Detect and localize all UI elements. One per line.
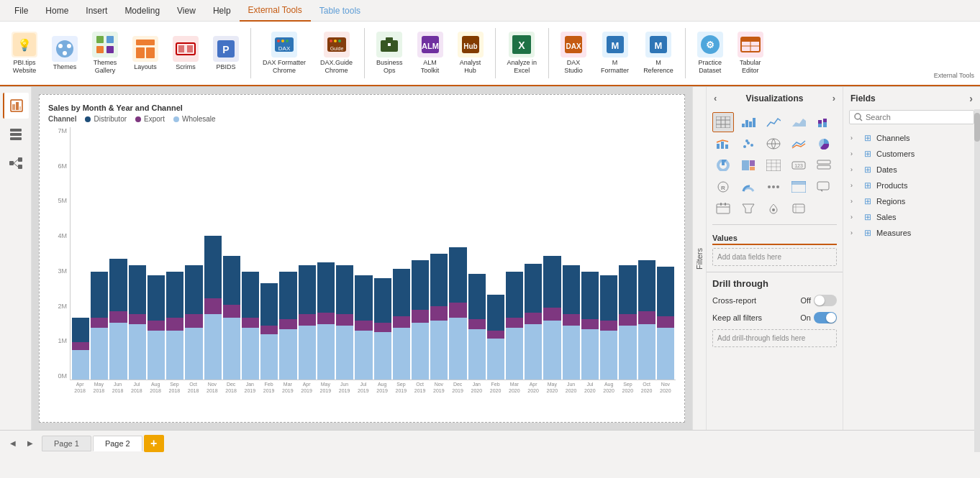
- fields-nav-right[interactable]: ›: [969, 93, 973, 104]
- viz-icon-pie[interactable]: [813, 134, 835, 154]
- viz-icon-gauge[interactable]: [738, 177, 759, 197]
- bar-seg-distributor: [260, 283, 278, 326]
- viz-icon-table[interactable]: [712, 112, 734, 132]
- nav-right[interactable]: ▶: [23, 436, 37, 451]
- filters-label[interactable]: Filters: [695, 248, 704, 270]
- chart-container[interactable]: Sales by Month & Year and Channel Channe…: [39, 94, 685, 423]
- menu-modeling[interactable]: Modeling: [116, 0, 168, 22]
- svg-rect-74: [823, 119, 827, 122]
- viz-icon-table2[interactable]: [788, 177, 809, 197]
- viz-icon-donut[interactable]: [712, 155, 734, 175]
- viz-icon-more[interactable]: [763, 177, 784, 197]
- search-input[interactable]: [866, 113, 969, 121]
- bar-group: [317, 127, 335, 380]
- viz-icon-stacked-bar[interactable]: [813, 112, 835, 132]
- field-item-customers[interactable]: › ⊞ Customers: [843, 146, 980, 162]
- viz-icon-line-cluster[interactable]: [788, 134, 809, 154]
- ribbon-tool-practice-dataset[interactable]: ⚙ PracticeDataset: [691, 24, 729, 82]
- viz-icon-area[interactable]: [788, 112, 809, 132]
- bar-seg-wholesale: [148, 331, 165, 380]
- filters-sidebar[interactable]: Filters: [692, 87, 707, 430]
- bar-group: [581, 127, 599, 380]
- svg-rect-88: [750, 167, 755, 170]
- ribbon-tool-dax-studio[interactable]: DAX DAXStudio: [555, 24, 592, 82]
- cross-report-label: Cross-report: [712, 296, 756, 305]
- sidebar-data-icon[interactable]: [3, 121, 29, 147]
- bar-seg-wholesale: [72, 350, 89, 380]
- viz-icon-speech-bubble[interactable]: [813, 177, 835, 197]
- ribbon-tool-alm-toolkit[interactable]: ALM ALMToolkit: [412, 24, 449, 82]
- ribbon-tool-m-formatter[interactable]: M MFormatter: [595, 24, 635, 82]
- field-item-measures[interactable]: › ⊞ Measures: [843, 225, 980, 241]
- ribbon-tool-analyst-hub[interactable]: Hub AnalystHub: [452, 24, 489, 82]
- add-field-box[interactable]: Add data fields here: [712, 248, 837, 266]
- ribbon-tool-dax-guide-chrome[interactable]: Guide DAX.GuideChrome: [314, 24, 358, 82]
- page-tab-1[interactable]: Page 1: [42, 436, 91, 451]
- viz-icon-treemap[interactable]: [738, 155, 759, 175]
- field-item-sales[interactable]: › ⊞ Sales: [843, 209, 980, 225]
- viz-nav-right[interactable]: ›: [832, 93, 835, 104]
- menu-file[interactable]: File: [6, 0, 37, 22]
- viz-icon-matrix[interactable]: [763, 155, 784, 175]
- ribbon-tool-pbi-tips[interactable]: 💡 PBI.tipsWebsite: [6, 24, 43, 82]
- ribbon-tool-scrims[interactable]: Scrims: [167, 24, 204, 82]
- ribbon-tool-m-reference[interactable]: M MReference: [638, 24, 679, 82]
- cross-report-toggle[interactable]: [814, 295, 837, 306]
- field-name-measures: Measures: [876, 229, 973, 237]
- scroll-thumb[interactable]: [974, 113, 980, 142]
- viz-icon-map[interactable]: [763, 134, 784, 154]
- ribbon-tool-dax-formatter-chrome[interactable]: DAX DAX FormatterChrome: [257, 24, 312, 82]
- fields-search[interactable]: [849, 110, 974, 124]
- viz-icon-map2[interactable]: [763, 198, 784, 219]
- viz-icon-multirow-card[interactable]: [813, 155, 835, 175]
- field-item-channels[interactable]: › ⊞ Channels: [843, 130, 980, 146]
- viz-icon-funnel[interactable]: [738, 198, 759, 219]
- left-sidebar: [0, 87, 32, 430]
- bar-seg-wholesale: [525, 324, 542, 380]
- viz-icon-scatter[interactable]: [738, 134, 759, 154]
- menu-external-tools[interactable]: External Tools: [240, 0, 311, 22]
- viz-icon-custom[interactable]: [788, 198, 809, 219]
- page-tab-2[interactable]: Page 2: [93, 436, 142, 451]
- sidebar-report-icon[interactable]: [3, 93, 29, 119]
- add-drillthrough-box[interactable]: Add drill-through fields here: [712, 329, 837, 347]
- menu-help[interactable]: Help: [204, 0, 240, 22]
- ribbon-tool-pbids[interactable]: P PBIDS: [207, 24, 245, 82]
- ribbon-tool-tabular-editor[interactable]: TabularEditor: [732, 24, 769, 82]
- ribbon-tool-business-ops[interactable]: BusinessOps: [371, 24, 409, 82]
- bar-stack: [393, 269, 410, 380]
- viz-icon-bar[interactable]: [738, 112, 759, 132]
- ribbon-tool-analyze-excel[interactable]: X Analyze inExcel: [502, 24, 543, 82]
- field-item-products[interactable]: › ⊞ Products: [843, 178, 980, 193]
- menu-home[interactable]: Home: [37, 0, 77, 22]
- viz-icon-calendar[interactable]: [712, 198, 734, 219]
- menu-table-tools[interactable]: Table tools: [311, 0, 369, 22]
- bar-seg-export: [317, 313, 335, 324]
- viz-nav-left[interactable]: ‹: [714, 93, 717, 104]
- menu-insert[interactable]: Insert: [77, 0, 116, 22]
- sidebar-model-icon[interactable]: [3, 150, 29, 176]
- bar-seg-distributor: [129, 265, 146, 314]
- keep-filters-toggle[interactable]: [814, 312, 837, 323]
- bar-seg-distributor: [468, 274, 486, 320]
- viz-icon-r-script[interactable]: R: [712, 177, 734, 197]
- x-label: Nov2018: [204, 382, 221, 394]
- x-label: Jan2019: [241, 382, 258, 394]
- viz-icon-line[interactable]: [763, 112, 784, 132]
- nav-left[interactable]: ◀: [6, 436, 20, 451]
- page-tab-add[interactable]: +: [144, 435, 164, 452]
- menu-view[interactable]: View: [168, 0, 204, 22]
- ribbon-tool-layouts[interactable]: Layouts: [127, 24, 164, 82]
- bar-seg-wholesale: [543, 321, 561, 380]
- ribbon-tool-themes-gallery[interactable]: ThemesGallery: [86, 24, 124, 82]
- ribbon-tool-themes[interactable]: Themes: [46, 24, 83, 82]
- viz-icon-combo[interactable]: [712, 134, 734, 154]
- bar-seg-wholesale: [223, 318, 240, 380]
- field-table-icon-dates: ⊞: [862, 164, 874, 175]
- field-item-regions[interactable]: › ⊞ Regions: [843, 193, 980, 209]
- viz-icon-card[interactable]: 123: [788, 155, 809, 175]
- bar-seg-export: [374, 323, 391, 333]
- svg-point-81: [745, 139, 748, 142]
- field-item-dates[interactable]: › ⊞ Dates: [843, 162, 980, 178]
- right-panel: Filters ‹ Visualizations ›: [692, 87, 980, 430]
